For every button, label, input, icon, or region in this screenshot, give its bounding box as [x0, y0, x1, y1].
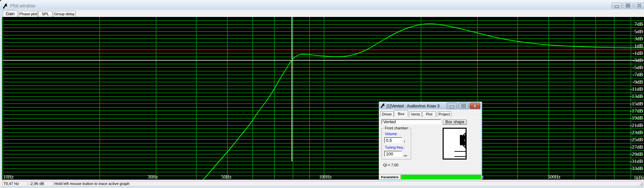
svg-text:-27dB: -27dB	[630, 144, 643, 150]
svg-text:30Hz: 30Hz	[148, 174, 158, 180]
svg-text:-19dB: -19dB	[630, 115, 643, 121]
svg-text:-11dB: -11dB	[630, 86, 643, 92]
svg-text:-15dB: -15dB	[630, 101, 643, 106]
svg-text:-33dB: -33dB	[630, 165, 643, 171]
svg-text:7dB: 7dB	[634, 21, 643, 27]
svg-text:-21dB: -21dB	[630, 122, 643, 128]
svg-text:50Hz: 50Hz	[221, 174, 231, 180]
svg-text:-29dB: -29dB	[630, 151, 643, 157]
svg-text:100Hz: 100Hz	[319, 174, 331, 180]
svg-text:-5dB: -5dB	[633, 64, 643, 70]
svg-text:1kHz: 1kHz	[634, 175, 644, 180]
svg-text:-13dB: -13dB	[630, 93, 643, 99]
svg-text:500Hz: 500Hz	[548, 174, 560, 180]
svg-text:-31dB: -31dB	[630, 158, 643, 164]
svg-text:3dB: 3dB	[634, 36, 643, 41]
svg-text:10Hz: 10Hz	[3, 174, 14, 180]
svg-text:-17dB: -17dB	[630, 108, 643, 113]
svg-text:-7dB: -7dB	[633, 71, 643, 77]
svg-text:5dB: 5dB	[634, 28, 643, 34]
svg-text:-1dB: -1dB	[633, 50, 643, 56]
svg-text:-9dB: -9dB	[633, 79, 643, 85]
svg-text:-23dB: -23dB	[630, 129, 643, 135]
svg-text:-25dB: -25dB	[630, 137, 643, 142]
